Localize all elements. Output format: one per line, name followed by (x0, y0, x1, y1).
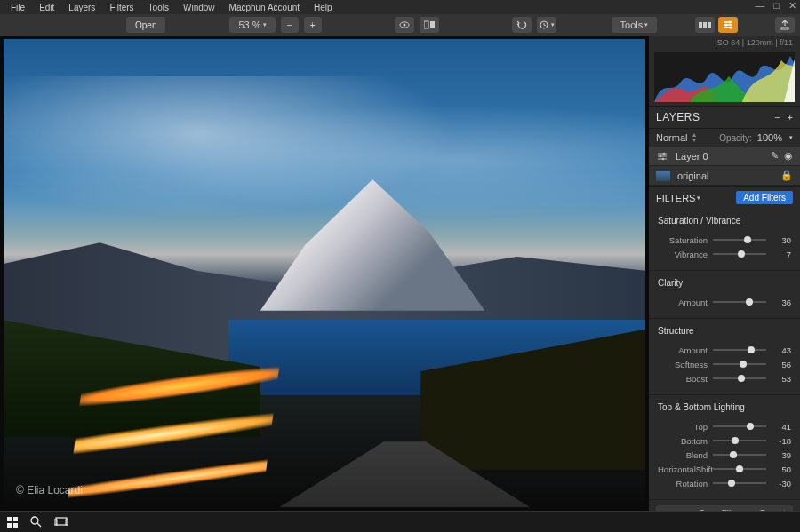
menu-account[interactable]: Macphun Account (222, 3, 308, 12)
open-button[interactable]: Open (126, 17, 165, 33)
slider-amount[interactable] (713, 297, 766, 307)
layer-name: original (677, 171, 708, 181)
slider-label: Rotation (658, 479, 708, 488)
filter-title[interactable]: Top & Bottom Lighting (649, 401, 800, 419)
search-icon[interactable] (30, 516, 42, 528)
slider-label: Bottom (658, 436, 708, 446)
slider-row: Top41 (649, 419, 800, 433)
slider-value: -18 (772, 436, 791, 446)
slider-saturation[interactable] (713, 234, 766, 245)
brush-icon[interactable]: ✎ (771, 150, 779, 162)
taskbar (0, 511, 800, 532)
menu-filters[interactable]: Filters (102, 3, 140, 12)
filter-block: Saturation / VibranceSaturation30Vibranc… (649, 209, 800, 271)
histogram[interactable] (654, 52, 795, 102)
slider-horizontalshift[interactable] (713, 464, 766, 474)
slider-bottom[interactable] (713, 435, 766, 446)
layer-thumbnail (656, 171, 670, 181)
slider-top[interactable] (713, 421, 766, 432)
window-minimize-button[interactable]: — (755, 0, 764, 12)
svg-point-18 (31, 517, 38, 524)
slider-label: Top (658, 422, 708, 432)
slider-label: Saturation (658, 235, 708, 245)
filters-panel-header: FILTERS▾ Add Filters (649, 186, 800, 209)
canvas-viewport[interactable]: © Elia Locardi (0, 36, 649, 511)
opacity-value[interactable]: 100% (757, 132, 782, 143)
slider-value: 30 (772, 235, 791, 245)
menu-window[interactable]: Window (176, 3, 222, 12)
filter-title[interactable]: Structure (649, 324, 800, 343)
layers-title: LAYERS (656, 111, 700, 123)
zoom-in-button[interactable]: + (304, 17, 322, 33)
slider-vibrance[interactable] (713, 249, 766, 259)
taskview-icon[interactable] (54, 517, 68, 528)
blend-mode-select[interactable]: Normal (656, 132, 687, 143)
window-maximize-button[interactable]: □ (773, 0, 780, 12)
svg-rect-17 (13, 523, 18, 528)
slider-value: 53 (772, 374, 791, 384)
slider-value: 56 (772, 360, 791, 369)
lock-icon[interactable]: 🔒 (780, 170, 793, 181)
slider-row: Blend39 (649, 448, 800, 462)
svg-point-1 (403, 24, 405, 27)
window-close-button[interactable]: ✕ (788, 0, 796, 12)
layer-row-0[interactable]: Layer 0 ✎ ◉ (649, 147, 800, 166)
remove-layer-button[interactable]: − (774, 112, 780, 123)
history-button[interactable]: ▾ (537, 17, 556, 33)
svg-rect-19 (56, 518, 67, 525)
slider-row: Amount43 (649, 343, 800, 357)
svg-rect-3 (430, 21, 435, 28)
svg-rect-5 (699, 22, 702, 28)
slider-row: HorizontalShift50 (649, 462, 800, 476)
menubar: File Edit Layers Filters Tools Window Ma… (0, 0, 800, 14)
slider-value: -30 (772, 479, 791, 488)
right-sidebar: ISO 64 | 120mm | f/11 LAYERS − + Normal … (649, 36, 800, 511)
toolbar: Open 53 %▾ − + ▾ Tools▾ (0, 14, 800, 36)
slider-amount[interactable] (713, 345, 766, 355)
slider-value: 36 (772, 298, 791, 307)
slider-value: 39 (772, 450, 791, 460)
layers-panel-header: LAYERS − + (649, 106, 800, 129)
slider-label: Amount (658, 298, 708, 307)
layer-row-1[interactable]: original 🔒 (649, 166, 800, 186)
menu-edit[interactable]: Edit (32, 3, 61, 12)
undo-button[interactable] (512, 17, 532, 33)
slider-label: Blend (658, 450, 708, 460)
export-button[interactable] (775, 17, 795, 33)
slider-row: Amount36 (649, 295, 800, 309)
slider-row: Boost53 (649, 371, 800, 385)
slider-boost[interactable] (713, 373, 766, 384)
menu-tools[interactable]: Tools (141, 3, 176, 12)
adjust-panel-button[interactable] (718, 17, 738, 33)
compare-button[interactable] (420, 17, 439, 33)
filter-title[interactable]: Clarity (649, 276, 800, 295)
presets-panel-button[interactable] (695, 17, 715, 33)
zoom-dropdown[interactable]: 53 %▾ (229, 17, 275, 33)
layer-name: Layer 0 (676, 151, 708, 162)
svg-rect-6 (703, 22, 707, 28)
add-filters-button[interactable]: Add Filters (736, 191, 793, 204)
filters-title: FILTERS (656, 193, 695, 203)
menu-file[interactable]: File (4, 3, 32, 12)
slider-softness[interactable] (713, 359, 766, 369)
slider-rotation[interactable] (713, 478, 766, 488)
add-layer-button[interactable]: + (788, 112, 793, 123)
slider-blend[interactable] (713, 449, 766, 460)
slider-row: Vibrance7 (649, 247, 800, 261)
filter-title[interactable]: Saturation / Vibrance (649, 214, 800, 233)
preview-eye-button[interactable] (395, 17, 414, 33)
slider-value: 7 (772, 250, 791, 259)
watermark-text: © Elia Locardi (16, 484, 83, 496)
slider-value: 43 (772, 345, 791, 355)
start-icon[interactable] (7, 517, 18, 528)
svg-point-9 (725, 24, 728, 27)
menu-help[interactable]: Help (307, 3, 340, 12)
svg-rect-15 (13, 517, 18, 521)
menu-layers[interactable]: Layers (61, 3, 102, 12)
zoom-out-button[interactable]: − (281, 17, 299, 33)
svg-rect-2 (424, 21, 428, 28)
tools-dropdown[interactable]: Tools▾ (612, 17, 658, 33)
svg-point-10 (730, 27, 732, 29)
visibility-icon[interactable]: ◉ (784, 150, 793, 162)
slider-row: Saturation30 (649, 233, 800, 247)
